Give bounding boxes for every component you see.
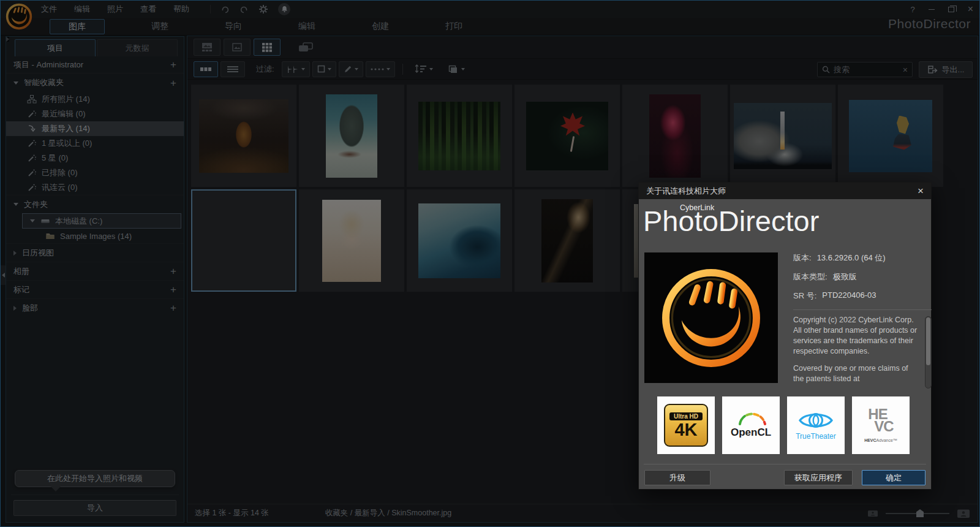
upgrade-button[interactable]: 升级 (644, 470, 710, 485)
version-row: 版本: 13.6.2926.0 (64 位) (793, 252, 932, 264)
copyright-scroll-area[interactable]: Copyright (c) 2022 CyberLink Corp. All o… (793, 315, 932, 390)
truetheater-label: TrueTheater (796, 432, 836, 441)
divider (644, 464, 926, 464)
dialog-brand-block: PhotoDirector CyberLink (639, 199, 931, 246)
dialog-title: 关于讯连科技相片大师 (646, 186, 726, 197)
photodirector-window: 文件 编辑 照片 查看 帮助 ? (0, 0, 980, 527)
scrollbar-thumb[interactable] (926, 317, 930, 365)
about-dialog: 关于讯连科技相片大师 × PhotoDirector CyberLink (638, 182, 932, 490)
copyright-text: Copyright (c) 2022 CyberLink Corp. All o… (793, 315, 918, 357)
sr-number-row: SR 号: PTD220406-03 (793, 290, 932, 301)
divider (793, 309, 932, 310)
version-type-label: 版本类型: (793, 271, 827, 282)
version-type-value: 极致版 (833, 271, 857, 282)
version-label: 版本: (793, 252, 812, 264)
ultra-hd-label: Ultra HD (669, 412, 703, 420)
get-apps-button[interactable]: 获取应用程序 (784, 470, 853, 485)
technology-badges: Ultra HD 4K OpenCL (657, 396, 910, 454)
ok-button[interactable]: 确定 (862, 470, 925, 485)
hevc-badge: HE VC HEVCAdvance™ (852, 396, 910, 454)
version-type-row: 版本类型: 极致版 (793, 271, 932, 282)
brand-photodirector: PhotoDirector (643, 204, 819, 238)
fourk-label: 4K (674, 421, 697, 439)
sr-value: PTD220406-03 (822, 290, 876, 301)
version-value: 13.6.2926.0 (64 位) (817, 252, 886, 264)
dialog-close-icon[interactable]: × (918, 186, 924, 196)
dialog-info-column: 版本: 13.6.2926.0 (64 位) 版本类型: 极致版 SR 号: P… (793, 252, 932, 390)
dialog-buttons: 升级 获取应用程序 确定 (644, 470, 925, 486)
opencl-label: OpenCL (731, 427, 771, 439)
scrollbar[interactable] (925, 316, 932, 389)
cyberlink-logo (644, 252, 778, 383)
opencl-badge: OpenCL (722, 396, 780, 454)
hevc-advance-label: HEVCAdvance™ (864, 438, 897, 442)
ultra-hd-4k-badge: Ultra HD 4K (657, 396, 715, 454)
brand-cyberlink: CyberLink (680, 203, 714, 212)
patents-text: Covered by one or more claims of the pat… (793, 363, 918, 384)
hevc-letters: HE VC (868, 408, 893, 432)
sr-label: SR 号: (793, 290, 816, 301)
dialog-title-bar: 关于讯连科技相片大师 × (639, 183, 931, 199)
truetheater-badge: TrueTheater (787, 396, 845, 454)
